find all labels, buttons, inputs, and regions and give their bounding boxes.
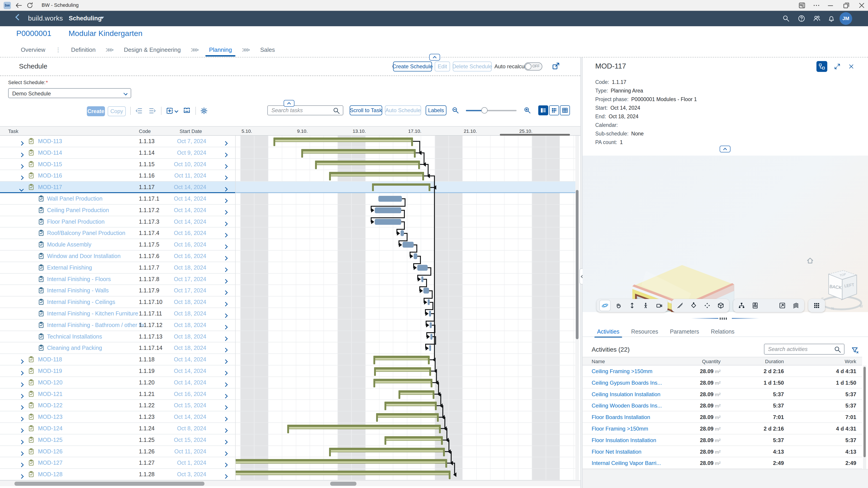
task-navigate-icon[interactable] xyxy=(224,209,227,215)
task-row-mod-126[interactable]: MOD-1261.1.26Oct 11, 2024 xyxy=(0,446,235,457)
gantt-horizontal-mini-scrollbar[interactable] xyxy=(500,134,570,136)
scroll-to-task-button[interactable]: Scroll to Task xyxy=(350,105,382,115)
task-name[interactable]: Internal Finishing - Bathroom / other fi… xyxy=(47,322,144,328)
task-navigate-icon[interactable] xyxy=(224,369,227,376)
task-navigate-icon[interactable] xyxy=(224,324,227,330)
task-name[interactable]: MOD-121 xyxy=(38,391,62,397)
gantt-bar-mod-123[interactable] xyxy=(376,413,438,418)
task-row-floor-panel-production[interactable]: Floor Panel Production1.1.17.3Oct 14, 20… xyxy=(0,216,235,228)
task-navigate-icon[interactable] xyxy=(224,151,227,158)
indent-task-icon[interactable] xyxy=(148,107,156,115)
activity-name-link[interactable]: Ceiling Gypsum Boards Ins... xyxy=(592,380,662,386)
browser-sidebar-search-icon[interactable] xyxy=(798,2,806,9)
task-name[interactable]: MOD-124 xyxy=(38,425,62,432)
task-navigate-icon[interactable] xyxy=(224,404,227,410)
activities-scrollbar[interactable] xyxy=(863,365,866,469)
task-name[interactable]: Internal Finishing - Ceilings xyxy=(47,299,115,305)
tab-design-engineering[interactable]: Design & Engineering xyxy=(124,47,181,53)
task-row-mod-119[interactable]: MOD-1191.1.19Oct 14, 2024 xyxy=(0,365,235,377)
activity-name-link[interactable]: Internal Ceiling Vapor Barri... xyxy=(592,460,661,466)
expand-icon[interactable] xyxy=(20,174,23,181)
expand-icon[interactable] xyxy=(20,416,23,422)
expand-icon[interactable] xyxy=(20,358,23,365)
panel-tab-activities[interactable]: Activities xyxy=(597,328,619,335)
panel-resize-handle[interactable] xyxy=(583,316,868,320)
expand-icon[interactable] xyxy=(20,461,23,468)
task-name[interactable]: Window and Door Installation xyxy=(47,253,121,260)
activity-name-link[interactable]: Floor Insulation Installation xyxy=(592,437,656,444)
zoom-out-icon[interactable] xyxy=(452,107,459,114)
cube-tool-icon[interactable] xyxy=(717,302,724,309)
task-name[interactable]: MOD-118 xyxy=(38,356,62,363)
task-row-internal-finishing-floors[interactable]: Internal Finishing - Floors1.1.17.8Oct 1… xyxy=(0,274,235,285)
task-name[interactable]: Floor Panel Production xyxy=(47,218,104,225)
gantt-bar-mod-128[interactable] xyxy=(235,470,451,475)
expand-icon[interactable] xyxy=(20,473,23,480)
task-row-internal-finishing-kitchen-furniture[interactable]: Internal Finishing - Kitchen Furniture1.… xyxy=(0,308,235,319)
activity-row[interactable]: Internal Ceiling Vapor Barri...28.09 m²2… xyxy=(583,457,862,469)
task-name[interactable]: Technical Installations xyxy=(47,333,102,340)
gantt-bar-mod-126[interactable] xyxy=(329,448,445,452)
gantt-bar-mod-121[interactable] xyxy=(399,390,435,395)
task-name[interactable]: MOD-120 xyxy=(38,379,62,386)
view-gantt-button[interactable] xyxy=(538,105,548,115)
panel-tab-resources[interactable]: Resources xyxy=(631,328,658,335)
gantt-bar-mod-120[interactable] xyxy=(373,379,432,383)
task-row-window-and-door-installation[interactable]: Window and Door Installation1.1.17.6Oct … xyxy=(0,250,235,262)
search-tasks-icon[interactable] xyxy=(333,107,340,115)
grid-tool-icon[interactable] xyxy=(813,302,820,309)
task-row-cleaning-and-packing[interactable]: Cleaning and Packing1.1.17.14Oct 18, 202… xyxy=(0,342,235,354)
activity-row[interactable]: Floor Net Installation28.09 m²4:134:13 xyxy=(583,446,862,457)
expand-icon[interactable] xyxy=(20,438,23,445)
view-table-button[interactable] xyxy=(560,105,570,115)
activity-row[interactable]: Ceiling Framing >150mm28.09 m²2 d 2:164 … xyxy=(583,365,862,377)
collapse-details-chip[interactable] xyxy=(720,146,731,152)
model-viewer[interactable]: BACK LEFT TOP E N W xyxy=(583,156,868,312)
task-name[interactable]: Roof/Balcony Panel Production xyxy=(47,230,125,236)
task-row-mod-117[interactable]: MOD-1171.1.17Oct 14, 2024 xyxy=(0,182,235,193)
task-row-roof-balcony-panel-production[interactable]: Roof/Balcony Panel Production1.1.17.4Oct… xyxy=(0,227,235,239)
tab-overview[interactable]: Overview xyxy=(21,47,45,53)
task-row-internal-finishing-walls[interactable]: Internal Finishing - Walls1.1.17.9Oct 17… xyxy=(0,285,235,297)
open-in-new-icon[interactable] xyxy=(552,62,560,70)
snapshot-tool-icon[interactable] xyxy=(778,302,786,309)
collapse-filters-chip[interactable] xyxy=(284,100,294,107)
task-navigate-icon[interactable] xyxy=(224,473,227,480)
expand-icon[interactable] xyxy=(20,404,23,410)
tab-definition[interactable]: Definition xyxy=(71,47,95,53)
task-row-module-assembly[interactable]: Module Assembly1.1.17.5Oct 16, 2024 xyxy=(0,239,235,250)
expand-panel-icon[interactable] xyxy=(832,61,843,72)
edit-button[interactable]: Edit xyxy=(435,62,450,71)
task-name[interactable]: MOD-126 xyxy=(38,448,62,455)
properties-tool-icon[interactable] xyxy=(751,302,759,309)
task-name[interactable]: Internal Finishing - Floors xyxy=(47,276,111,282)
browser-back-icon[interactable] xyxy=(16,2,23,9)
task-name[interactable]: Wall Panel Production xyxy=(47,195,102,202)
activity-name-link[interactable]: Floor Net Installation xyxy=(592,449,641,455)
gantt-bar-mod-124[interactable] xyxy=(287,425,440,429)
expand-icon[interactable] xyxy=(20,151,23,158)
panel-tab-relations[interactable]: Relations xyxy=(711,328,734,335)
browser-reload-icon[interactable] xyxy=(26,2,33,9)
task-name[interactable]: Ceiling Panel Production xyxy=(47,207,109,213)
layers-tool-icon[interactable] xyxy=(792,302,800,309)
gantt-bar-mod-117[interactable] xyxy=(372,183,430,189)
expand-icon[interactable] xyxy=(20,381,23,388)
window-minimize-icon[interactable] xyxy=(827,2,834,9)
section-tool-icon[interactable] xyxy=(690,302,698,309)
gantt-horizontal-scrollbar[interactable] xyxy=(235,480,580,486)
panel-tab-parameters[interactable]: Parameters xyxy=(670,328,699,335)
expand-icon[interactable] xyxy=(20,369,23,376)
task-navigate-icon[interactable] xyxy=(224,335,227,342)
task-name[interactable]: Internal Finishing - Kitchen Furniture xyxy=(47,310,138,317)
activity-row[interactable]: Floor Framing >150mm28.09 m²2 d 2:164 d … xyxy=(583,423,862,434)
shell-back-icon[interactable] xyxy=(16,14,22,20)
labels-button[interactable]: Labels xyxy=(426,105,446,115)
task-name[interactable]: MOD-115 xyxy=(38,161,62,167)
gantt-bar-mod-118[interactable] xyxy=(373,356,430,360)
model-tree-tool-icon[interactable] xyxy=(738,302,745,309)
gantt-bar-mod-113[interactable] xyxy=(273,138,413,142)
task-navigate-icon[interactable] xyxy=(224,232,227,238)
task-name[interactable]: External Finishing xyxy=(47,264,92,271)
task-row-mod-128[interactable]: MOD-1281.1.28Oct 3, 2024 xyxy=(0,469,235,480)
